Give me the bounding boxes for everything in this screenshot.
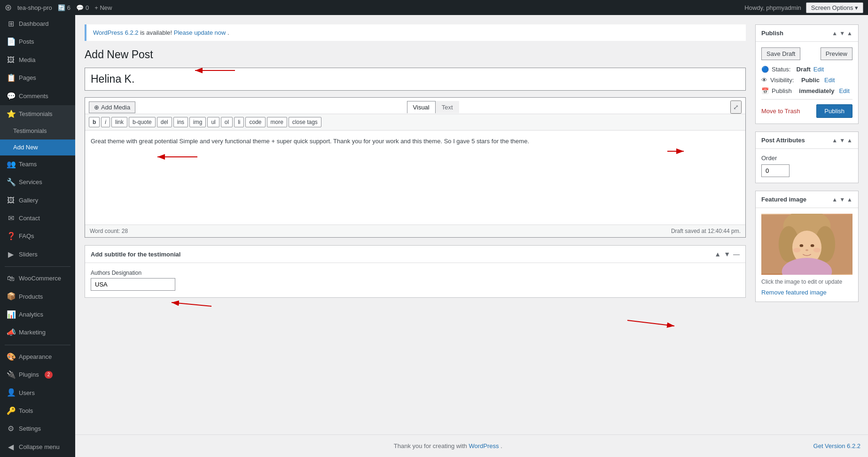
editor-content[interactable]: Great theme with great potential Simple … xyxy=(85,131,745,225)
format-ins-button[interactable]: ins xyxy=(173,117,188,127)
updates-item[interactable]: 🔄 6 xyxy=(58,4,70,11)
sidebar-item-plugins[interactable]: 🔌 Plugins 2 xyxy=(0,366,75,384)
format-link-button[interactable]: link xyxy=(111,117,127,127)
order-input[interactable] xyxy=(761,164,790,177)
sidebar-item-products[interactable]: 📦 Products xyxy=(0,287,75,305)
visibility-value xyxy=(797,77,798,84)
marketing-icon: 📣 xyxy=(7,327,15,338)
sidebar-item-gallery[interactable]: 🖼 Gallery xyxy=(0,192,75,209)
sidebar-item-teams[interactable]: 👥 Teams xyxy=(0,155,75,173)
sidebar-item-contact[interactable]: ✉ Contact xyxy=(0,209,75,227)
sidebar-item-users[interactable]: 👤 Users xyxy=(0,384,75,402)
comments-item[interactable]: 💬 0 xyxy=(76,4,89,11)
sidebar-item-faqs[interactable]: ❓ FAQs xyxy=(0,227,75,245)
format-bold-button[interactable]: b xyxy=(89,117,100,127)
tab-text[interactable]: Text xyxy=(436,101,459,113)
sidebar-item-media[interactable]: 🖼 Media xyxy=(0,51,75,69)
users-icon: 👤 xyxy=(7,387,15,398)
post-title-input[interactable] xyxy=(85,68,746,91)
wp-version-link[interactable]: WordPress 6.2.2 xyxy=(93,29,139,36)
sidebar-label-sliders: Sliders xyxy=(19,250,38,259)
post-attr-down-button[interactable]: ▼ xyxy=(839,137,845,144)
preview-button[interactable]: Preview xyxy=(821,47,852,60)
main-column: WordPress 6.2.2 is available! Please upd… xyxy=(85,24,746,298)
wordpress-link[interactable]: WordPress xyxy=(469,442,499,449)
authors-designation-input[interactable] xyxy=(91,278,175,291)
screen-options-button[interactable]: Screen Options ▾ xyxy=(806,2,863,13)
sidebar-item-posts[interactable]: 📄 Posts xyxy=(0,33,75,51)
pages-icon: 📋 xyxy=(7,73,15,83)
sidebar-label-contact: Contact xyxy=(19,214,40,223)
move-to-trash-link[interactable]: Move to Trash xyxy=(761,108,800,115)
sidebar-item-tools[interactable]: 🔑 Tools xyxy=(0,402,75,420)
post-attributes-controls: ▲ ▼ ▲ xyxy=(832,137,852,144)
collapse-icon: ◀ xyxy=(7,442,15,452)
featured-image-caption: Click the image to edit or update xyxy=(761,279,852,285)
sidebar-item-marketing[interactable]: 📣 Marketing xyxy=(0,324,75,341)
editor-text: Great theme with great potential Simple … xyxy=(91,138,529,145)
fullscreen-button[interactable]: ⤢ xyxy=(730,101,742,114)
format-del-button[interactable]: del xyxy=(157,117,172,127)
format-code-button[interactable]: code xyxy=(245,117,265,127)
sidebar-item-services[interactable]: 🔧 Services xyxy=(0,173,75,191)
featured-img-toggle-button[interactable]: ▲ xyxy=(847,196,852,203)
site-name[interactable]: tea-shop-pro xyxy=(17,4,52,11)
save-draft-button[interactable]: Save Draft xyxy=(761,47,800,60)
meta-box-header[interactable]: Add subtitle for the testimonial ▲ ▼ — xyxy=(85,246,745,263)
sidebar-item-pages[interactable]: 📋 Pages xyxy=(0,69,75,87)
sidebar-item-testimonials-addnew[interactable]: Add New xyxy=(0,139,75,155)
tab-visual[interactable]: Visual xyxy=(407,101,436,113)
sidebar-item-woocommerce[interactable]: 🛍 WooCommerce xyxy=(0,270,75,287)
sidebar-item-testimonials-all[interactable]: Testimonials xyxy=(0,123,75,139)
featured-image[interactable] xyxy=(761,214,852,275)
featured-img-down-button[interactable]: ▼ xyxy=(839,196,845,203)
please-update-link[interactable]: Please update now xyxy=(174,29,226,36)
format-img-button[interactable]: img xyxy=(189,117,206,127)
add-media-button[interactable]: ⊕ Add Media xyxy=(89,101,135,113)
authors-designation-label: Authors Designation xyxy=(91,270,740,276)
visibility-label: Visibility: xyxy=(770,77,794,84)
meta-box-up-button[interactable]: ▲ xyxy=(714,250,721,258)
publish-edit-link[interactable]: Edit xyxy=(839,87,849,94)
sidebar-item-dashboard[interactable]: ⊞ Dashboard xyxy=(0,15,75,33)
format-italic-button[interactable]: i xyxy=(101,117,110,127)
post-attributes-title: Post Attributes xyxy=(761,137,805,144)
format-li-button[interactable]: li xyxy=(234,117,244,127)
sidebar-item-sliders[interactable]: ▶ Sliders xyxy=(0,246,75,263)
featured-img-up-button[interactable]: ▲ xyxy=(832,196,837,203)
post-attr-toggle-button[interactable]: ▲ xyxy=(847,137,852,144)
publish-panel-up-button[interactable]: ▲ xyxy=(832,30,837,37)
format-closetags-button[interactable]: close tags xyxy=(289,117,321,127)
publish-panel-down-button[interactable]: ▼ xyxy=(839,30,845,37)
services-icon: 🔧 xyxy=(7,177,15,187)
post-attr-up-button[interactable]: ▲ xyxy=(832,137,837,144)
sidebar-item-testimonials[interactable]: ⭐ Testimonials xyxy=(0,105,75,123)
updates-icon: 🔄 xyxy=(58,4,65,11)
publish-panel-header: Publish ▲ ▼ ▲ xyxy=(756,25,858,42)
content-area: WordPress 6.2.2 is available! Please upd… xyxy=(75,15,868,434)
add-media-label: Add Media xyxy=(101,104,130,111)
sidebar-item-appearance[interactable]: 🎨 Appearance xyxy=(0,348,75,366)
collapse-menu-button[interactable]: ◀ Collapse menu xyxy=(0,438,75,456)
meta-box-close-button[interactable]: — xyxy=(733,250,740,258)
sidebar-item-comments[interactable]: 💬 Comments xyxy=(0,87,75,105)
meta-box-body: Authors Designation xyxy=(85,263,745,297)
wp-logo-icon[interactable]: ⊛ xyxy=(5,2,12,13)
sidebar-label-pages: Pages xyxy=(19,74,36,82)
sidebar-item-analytics[interactable]: 📊 Analytics xyxy=(0,306,75,324)
format-ol-button[interactable]: ol xyxy=(221,117,233,127)
meta-box-down-button[interactable]: ▼ xyxy=(724,250,730,258)
new-item[interactable]: + New xyxy=(94,4,112,11)
format-ul-button[interactable]: ul xyxy=(207,117,219,127)
format-bquote-button[interactable]: b-quote xyxy=(129,117,156,127)
posts-icon: 📄 xyxy=(7,37,15,47)
publish-button[interactable]: Publish xyxy=(816,104,852,118)
sidebar-item-settings[interactable]: ⚙ Settings xyxy=(0,420,75,438)
get-version-link[interactable]: Get Version 6.2.2 xyxy=(813,442,860,449)
status-edit-link[interactable]: Edit xyxy=(813,66,824,73)
remove-featured-image-link[interactable]: Remove featured image xyxy=(761,289,852,296)
visibility-edit-link[interactable]: Edit xyxy=(824,77,835,84)
format-more-button[interactable]: more xyxy=(267,117,287,127)
publish-label: Publish xyxy=(772,87,792,94)
publish-panel-toggle-button[interactable]: ▲ xyxy=(847,30,852,37)
